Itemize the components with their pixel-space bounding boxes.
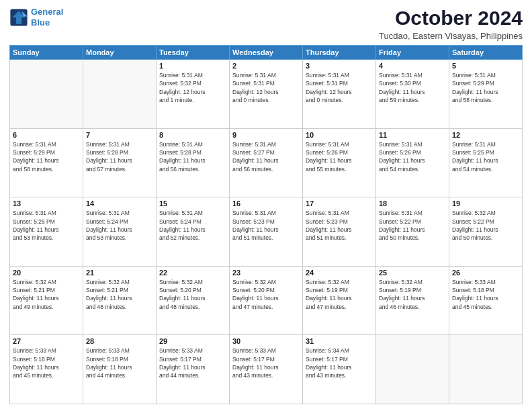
day-number: 13: [13, 199, 80, 208]
weekday-header-friday: Friday: [376, 46, 449, 60]
day-number: 9: [232, 131, 300, 139]
calendar-cell: 11Sunrise: 5:31 AMSunset: 5:26 PMDayligh…: [376, 128, 449, 197]
day-number: 20: [13, 269, 80, 277]
day-detail: Sunrise: 5:32 AMSunset: 5:20 PMDaylight:…: [232, 278, 300, 311]
calendar-cell: 6Sunrise: 5:31 AMSunset: 5:29 PMDaylight…: [10, 128, 83, 197]
weekday-header-wednesday: Wednesday: [230, 46, 303, 60]
calendar-week-row: 20Sunrise: 5:32 AMSunset: 5:21 PMDayligh…: [10, 266, 523, 335]
weekday-header-thursday: Thursday: [303, 46, 376, 60]
calendar-cell: 27Sunrise: 5:33 AMSunset: 5:18 PMDayligh…: [10, 335, 83, 404]
day-detail: Sunrise: 5:33 AMSunset: 5:18 PMDaylight:…: [86, 347, 153, 379]
day-detail: Sunrise: 5:31 AMSunset: 5:26 PMDaylight:…: [306, 140, 373, 173]
day-number: 24: [306, 269, 373, 277]
weekday-header-tuesday: Tuesday: [157, 46, 230, 60]
day-detail: Sunrise: 5:31 AMSunset: 5:25 PMDaylight:…: [452, 140, 519, 173]
calendar-cell: 28Sunrise: 5:33 AMSunset: 5:18 PMDayligh…: [83, 335, 157, 404]
day-number: 25: [379, 269, 446, 277]
day-detail: Sunrise: 5:31 AMSunset: 5:25 PMDaylight:…: [13, 209, 80, 242]
calendar-cell: 21Sunrise: 5:32 AMSunset: 5:21 PMDayligh…: [83, 266, 157, 335]
calendar-cell: 30Sunrise: 5:33 AMSunset: 5:17 PMDayligh…: [230, 335, 303, 404]
day-number: 29: [159, 337, 226, 345]
day-detail: Sunrise: 5:31 AMSunset: 5:31 PMDaylight:…: [232, 71, 300, 104]
day-number: 17: [306, 199, 373, 208]
day-number: 27: [13, 337, 80, 345]
calendar-cell: 5Sunrise: 5:31 AMSunset: 5:29 PMDaylight…: [449, 60, 523, 129]
calendar-cell: 20Sunrise: 5:32 AMSunset: 5:21 PMDayligh…: [10, 266, 83, 335]
day-detail: Sunrise: 5:31 AMSunset: 5:24 PMDaylight:…: [159, 209, 226, 242]
day-detail: Sunrise: 5:31 AMSunset: 5:32 PMDaylight:…: [159, 71, 226, 104]
calendar-cell: 12Sunrise: 5:31 AMSunset: 5:25 PMDayligh…: [449, 128, 523, 197]
day-detail: Sunrise: 5:31 AMSunset: 5:27 PMDaylight:…: [232, 140, 300, 173]
calendar-cell: 26Sunrise: 5:33 AMSunset: 5:18 PMDayligh…: [449, 266, 523, 335]
calendar-cell: [83, 60, 157, 129]
day-number: 28: [86, 337, 153, 345]
calendar-cell: 3Sunrise: 5:31 AMSunset: 5:31 PMDaylight…: [303, 60, 376, 129]
calendar-cell: 1Sunrise: 5:31 AMSunset: 5:32 PMDaylight…: [157, 60, 230, 129]
day-number: 3: [306, 62, 373, 70]
main-title: October 2024: [379, 7, 523, 30]
calendar-cell: 13Sunrise: 5:31 AMSunset: 5:25 PMDayligh…: [10, 197, 83, 267]
calendar-cell: 10Sunrise: 5:31 AMSunset: 5:26 PMDayligh…: [303, 128, 376, 197]
day-detail: Sunrise: 5:33 AMSunset: 5:18 PMDaylight:…: [452, 278, 519, 311]
day-number: 2: [232, 62, 300, 70]
day-detail: Sunrise: 5:31 AMSunset: 5:28 PMDaylight:…: [159, 140, 226, 173]
day-detail: Sunrise: 5:33 AMSunset: 5:17 PMDaylight:…: [232, 347, 300, 379]
weekday-header-row: SundayMondayTuesdayWednesdayThursdayFrid…: [10, 46, 523, 60]
day-number: 26: [452, 269, 519, 277]
day-detail: Sunrise: 5:32 AMSunset: 5:21 PMDaylight:…: [86, 278, 153, 311]
calendar-table: SundayMondayTuesdayWednesdayThursdayFrid…: [9, 45, 523, 404]
day-detail: Sunrise: 5:31 AMSunset: 5:28 PMDaylight:…: [86, 140, 153, 173]
weekday-header-sunday: Sunday: [10, 46, 83, 60]
day-number: 6: [13, 131, 80, 139]
day-detail: Sunrise: 5:31 AMSunset: 5:31 PMDaylight:…: [306, 71, 373, 104]
calendar-cell: 31Sunrise: 5:34 AMSunset: 5:17 PMDayligh…: [303, 335, 376, 404]
calendar-cell: 25Sunrise: 5:32 AMSunset: 5:19 PMDayligh…: [376, 266, 449, 335]
day-number: 8: [159, 131, 226, 139]
calendar-cell: 17Sunrise: 5:31 AMSunset: 5:23 PMDayligh…: [303, 197, 376, 267]
day-detail: Sunrise: 5:32 AMSunset: 5:22 PMDaylight:…: [452, 209, 519, 242]
calendar-cell: 15Sunrise: 5:31 AMSunset: 5:24 PMDayligh…: [157, 197, 230, 267]
day-number: 16: [232, 199, 300, 208]
day-number: 15: [159, 199, 226, 208]
weekday-header-saturday: Saturday: [449, 46, 523, 60]
calendar-week-row: 6Sunrise: 5:31 AMSunset: 5:29 PMDaylight…: [10, 128, 523, 197]
day-detail: Sunrise: 5:31 AMSunset: 5:22 PMDaylight:…: [379, 209, 446, 242]
day-number: 5: [452, 62, 519, 70]
day-detail: Sunrise: 5:32 AMSunset: 5:19 PMDaylight:…: [306, 278, 373, 311]
day-detail: Sunrise: 5:31 AMSunset: 5:24 PMDaylight:…: [86, 209, 153, 242]
day-detail: Sunrise: 5:31 AMSunset: 5:30 PMDaylight:…: [379, 71, 446, 104]
calendar-cell: 8Sunrise: 5:31 AMSunset: 5:28 PMDaylight…: [157, 128, 230, 197]
calendar-cell: 18Sunrise: 5:31 AMSunset: 5:22 PMDayligh…: [376, 197, 449, 267]
calendar-week-row: 13Sunrise: 5:31 AMSunset: 5:25 PMDayligh…: [10, 197, 523, 267]
header: General Blue October 2024 Tucdao, Easter…: [9, 7, 523, 41]
weekday-header-monday: Monday: [83, 46, 157, 60]
day-detail: Sunrise: 5:33 AMSunset: 5:18 PMDaylight:…: [13, 347, 80, 379]
day-number: 10: [306, 131, 373, 139]
logo: General Blue: [9, 7, 63, 28]
day-number: 30: [232, 337, 300, 345]
calendar-cell: 4Sunrise: 5:31 AMSunset: 5:30 PMDaylight…: [376, 60, 449, 129]
day-number: 11: [379, 131, 446, 139]
calendar-cell: 19Sunrise: 5:32 AMSunset: 5:22 PMDayligh…: [449, 197, 523, 267]
day-detail: Sunrise: 5:31 AMSunset: 5:29 PMDaylight:…: [13, 140, 80, 173]
day-detail: Sunrise: 5:33 AMSunset: 5:17 PMDaylight:…: [159, 347, 226, 379]
day-number: 18: [379, 199, 446, 208]
calendar-week-row: 27Sunrise: 5:33 AMSunset: 5:18 PMDayligh…: [10, 335, 523, 404]
calendar-cell: 16Sunrise: 5:31 AMSunset: 5:23 PMDayligh…: [230, 197, 303, 267]
day-number: 22: [159, 269, 226, 277]
calendar-week-row: 1Sunrise: 5:31 AMSunset: 5:32 PMDaylight…: [10, 60, 523, 129]
day-number: 14: [86, 199, 153, 208]
calendar-cell: [449, 335, 523, 404]
day-detail: Sunrise: 5:34 AMSunset: 5:17 PMDaylight:…: [306, 347, 373, 379]
day-number: 31: [306, 337, 373, 345]
calendar-cell: 23Sunrise: 5:32 AMSunset: 5:20 PMDayligh…: [230, 266, 303, 335]
calendar-cell: 9Sunrise: 5:31 AMSunset: 5:27 PMDaylight…: [230, 128, 303, 197]
calendar-cell: 22Sunrise: 5:32 AMSunset: 5:20 PMDayligh…: [157, 266, 230, 335]
logo-text: General Blue: [31, 7, 63, 28]
day-detail: Sunrise: 5:32 AMSunset: 5:21 PMDaylight:…: [13, 278, 80, 311]
day-detail: Sunrise: 5:31 AMSunset: 5:26 PMDaylight:…: [379, 140, 446, 173]
calendar-cell: [376, 335, 449, 404]
day-number: 12: [452, 131, 519, 139]
logo-icon: [9, 8, 28, 27]
day-detail: Sunrise: 5:31 AMSunset: 5:23 PMDaylight:…: [232, 209, 300, 242]
